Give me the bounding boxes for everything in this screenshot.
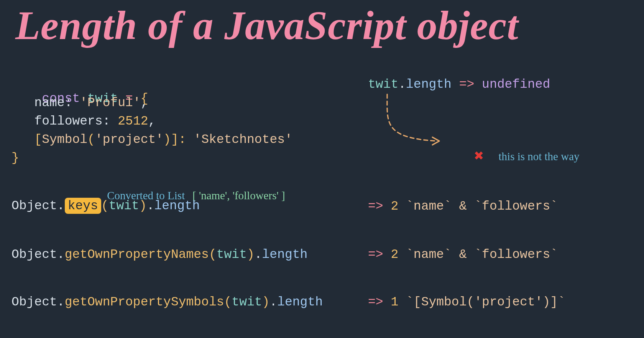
paren-open: ( [101,199,109,213]
identifier-twit: twit [368,77,398,92]
annotation-arrow-icon [368,92,449,153]
result-value: 2 [391,248,398,262]
code-line-symbol: [Symbol('project')]: 'Sketchnotes' [12,133,292,147]
paren-open: ( [209,248,217,262]
dot: . [57,248,65,262]
paren-close: ) [139,199,147,213]
dot: . [255,248,262,262]
property-length: length [277,295,323,309]
number-2512: 2512 [118,114,148,128]
property-length: length [262,248,308,262]
class-object: Object [12,199,57,213]
code-line-twit-length: twit.length => undefined [368,77,550,92]
value-undefined: undefined [482,77,550,92]
annotation-text: this is not the way [499,150,580,162]
arrow-op: => [459,77,475,92]
dot: . [57,199,65,213]
code-sketchnote: Length of a JavaScript object const twit… [0,0,644,338]
paren-open: ( [87,133,95,147]
code-line-name: name: 'Proful', [12,96,148,110]
page-title: Length of a JavaScript object [0,0,644,49]
string-proful: 'Proful' [80,96,140,110]
property-length: length [406,77,452,92]
annotation-converted-list: [ 'name', 'followers' ] [192,189,285,202]
dot: . [57,295,65,309]
property-length: length [154,199,200,213]
highlight-keys: keys [65,198,101,214]
arrow-op: => [368,199,383,213]
string-sketchnotes: 'Sketchnotes' [194,133,292,147]
symbol-word: Symbol [42,133,87,147]
prop-name: name: [34,96,72,110]
class-object: Object [12,248,57,262]
result-getownpropertynames: => 2 `name` & `followers` [368,248,558,262]
bracket-open: [ [34,133,42,147]
result-value: 2 [391,199,398,213]
code-line-object-keys: Object.keys(twit).length [12,198,200,214]
code-line-closebrace: } [12,151,19,165]
class-object: Object [12,295,57,309]
code-line-getownpropertynames: Object.getOwnPropertyNames(twit).length [12,248,307,262]
bracket-close-colon: ]: [171,133,186,147]
cross-icon: ✖ [475,146,484,166]
dot: . [398,77,406,92]
code-line-getownpropertysymbols: Object.getOwnPropertySymbols(twit).lengt… [12,295,323,309]
method-getownpropertysymbols: getOwnPropertySymbols [65,295,224,309]
result-desc: `[Symbol('project')]` [406,295,565,309]
paren-open: ( [224,295,232,309]
brace-close: } [12,151,19,165]
result-object-keys: => 2 `name` & `followers` [368,199,558,213]
result-desc: `name` & `followers` [406,248,558,262]
arrow-op: => [368,248,383,262]
comma: , [148,114,156,128]
string-project: 'project' [95,133,163,147]
code-line-followers: followers: 2512, [12,114,156,128]
result-desc: `name` & `followers` [406,199,558,213]
arrow-op: => [368,295,383,309]
dot: . [147,199,154,213]
identifier-twit: twit [232,295,262,309]
prop-followers: followers: [34,114,110,128]
result-getownpropertysymbols: => 1 `[Symbol('project')]` [368,295,565,309]
comma: , [141,96,148,110]
result-value: 1 [391,295,398,309]
identifier-twit: twit [109,199,139,213]
method-getownpropertynames: getOwnPropertyNames [65,248,209,262]
paren-close: ) [163,133,171,147]
paren-close: ) [247,248,255,262]
annotation-not-the-way: ✖ this is not the way [445,133,580,179]
identifier-twit: twit [217,248,247,262]
dot: . [269,295,277,309]
paren-close: ) [262,295,270,309]
